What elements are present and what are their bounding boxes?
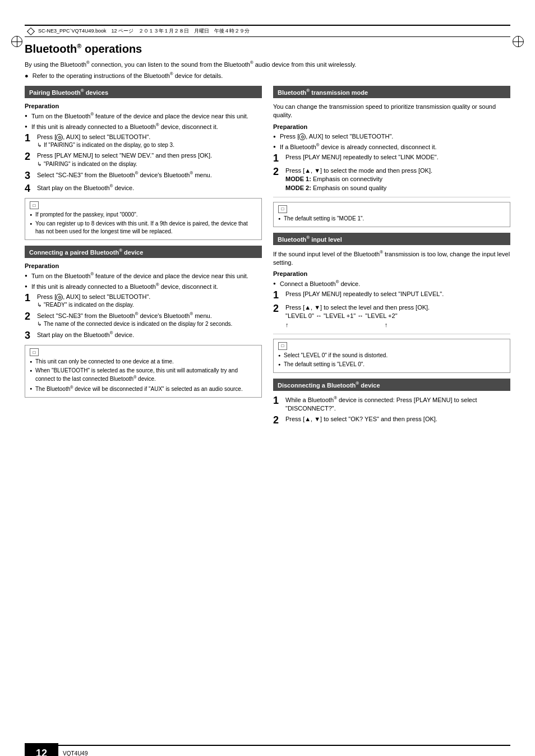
input-level-note-2: The default setting is "LEVEL 0". [278, 361, 505, 368]
left-column: Pairing Bluetooth® devices Preparation T… [25, 86, 262, 432]
pairing-step-4: 4 Start play on the Bluetooth® device. [25, 183, 262, 195]
footer-code: VQT4U49 [63, 750, 87, 756]
title-main: Bluetooth [25, 43, 77, 55]
divider-2 [273, 334, 510, 334]
top-header: SC-NE3_PPC`VQT4U49.book 12 ページ ２０１３年１月２８… [25, 25, 510, 37]
transmission-header: Bluetooth® transmission mode [273, 86, 510, 98]
input-step-1-content: Press [PLAY MENU] repeatedly to select "… [285, 290, 510, 298]
page-footer: 12 VQT4U49 [25, 743, 510, 756]
header-diamond [27, 27, 35, 35]
title-rest: operations [81, 43, 142, 55]
note-icon: □ [30, 201, 39, 209]
input-level-prep-heading: Preparation [273, 270, 510, 277]
step-1-content: Press [⚙, AUX] to select "BLUETOOTH". If… [37, 133, 262, 149]
transmission-prep-2: If a Bluetooth® device is already connec… [273, 142, 510, 151]
page-number: 12 [36, 748, 47, 756]
transmission-section: Bluetooth® transmission mode You can cha… [273, 86, 510, 227]
input-level-step-1: 1 Press [PLAY MENU] repeatedly to select… [273, 290, 510, 301]
conn-step-1-content: Press [⚙, AUX] to select "BLUETOOTH". "R… [37, 293, 262, 309]
mode2-label: MODE 2: [285, 185, 311, 191]
disconnecting-step-1: 1 While a Bluetooth® device is connected… [273, 395, 510, 413]
connecting-step-2: 2 Select "SC-NE3" from the Bluetooth® de… [25, 311, 262, 328]
note-icon-4: □ [278, 342, 287, 350]
conn-step-2-sub: The name of the connected device is indi… [37, 320, 262, 328]
transmission-step-2: 2 Press [▲, ▼] to select the mode and th… [273, 167, 510, 192]
gear-icon-3: ⚙ [299, 133, 306, 140]
connecting-section: Connecting a paired Bluetooth® device Pr… [25, 246, 262, 398]
page-title: Bluetooth® operations [25, 43, 510, 56]
connecting-prep-2: If this unit is already connected to a B… [25, 282, 262, 291]
connecting-step-1: 1 Press [⚙, AUX] to select "BLUETOOTH". … [25, 293, 262, 309]
connecting-prep-1: Turn on the Bluetooth® feature of the de… [25, 271, 262, 280]
note-header-3: □ [278, 205, 505, 213]
connecting-note-2: When "BLUETOOTH" is selected as the sour… [30, 367, 257, 383]
conn-step-3-content: Start play on the Bluetooth® device. [37, 330, 262, 339]
pairing-note-2: You can register up to 8 devices with th… [30, 220, 257, 236]
trans-step-num-1: 1 [273, 153, 285, 164]
transmission-step-1: 1 Press [PLAY MENU] repeatedly to select… [273, 153, 510, 164]
pairing-note-1: If prompted for the passkey, input "0000… [30, 211, 257, 219]
right-column: Bluetooth® transmission mode You can cha… [273, 86, 510, 432]
page-number-box: 12 [25, 743, 58, 756]
pairing-step-3: 3 Select "SC-NE3" from the Bluetooth® de… [25, 170, 262, 182]
conn-step-num-2: 2 [25, 311, 37, 322]
corner-mark-tl [11, 36, 22, 47]
disc-step-num-2: 2 [273, 415, 285, 426]
input-level-header: Bluetooth® input level [273, 233, 510, 245]
intro-bullet: Refer to the operating instructions of t… [25, 71, 510, 80]
step-2-content: Press [PLAY MENU] to select "NEW DEV." a… [37, 151, 262, 168]
pairing-prep-2: If this unit is already connected to a B… [25, 122, 262, 131]
step-num-1: 1 [25, 133, 37, 144]
step-3-content: Select "SC-NE3" from the Bluetooth® devi… [37, 170, 262, 179]
conn-step-num-3: 3 [25, 330, 37, 342]
trans-step-num-2: 2 [273, 167, 285, 178]
note-icon-3: □ [278, 205, 287, 213]
transmission-note-box: □ The default setting is "MODE 1". [273, 202, 510, 227]
pairing-header: Pairing Bluetooth® devices [25, 86, 262, 98]
step-num-4: 4 [25, 183, 37, 195]
pairing-prep-heading: Preparation [25, 103, 262, 109]
corner-mark-tr [513, 36, 524, 47]
disconnecting-header: Disconnecting a Bluetooth® device [273, 379, 510, 391]
input-level-step-2: 2 Press [▲, ▼] to select the level and t… [273, 303, 510, 329]
step-num-3: 3 [25, 170, 37, 182]
input-level-note-box: □ Select "LEVEL 0" if the sound is disto… [273, 339, 510, 373]
transmission-prep-heading: Preparation [273, 123, 510, 130]
intro-text: By using the Bluetooth® connection, you … [25, 60, 510, 69]
trans-step-2-content: Press [▲, ▼] to select the mode and then… [285, 167, 510, 192]
pairing-step-1: 1 Press [⚙, AUX] to select "BLUETOOTH". … [25, 133, 262, 149]
step-num-2: 2 [25, 151, 37, 163]
gear-icon: ⚙ [56, 134, 63, 141]
disconnecting-step-2: 2 Press [▲, ▼] to select "OK? YES" and t… [273, 415, 510, 426]
input-level-note-1: Select "LEVEL 0" if the sound is distort… [278, 352, 505, 359]
step-1-sub: If "PAIRING" is indicated on the display… [37, 141, 262, 149]
connecting-note-box: □ This unit can only be connected to one… [25, 345, 262, 398]
main-content: Bluetooth® operations By using the Bluet… [25, 43, 510, 432]
transmission-prep-1: Press [⚙, AUX] to select "BLUETOOTH". [273, 132, 510, 141]
conn-step-2-content: Select "SC-NE3" from the Bluetooth® devi… [37, 311, 262, 328]
level-arrow-diagram: ↑ ↑ [285, 321, 388, 328]
mode1-label: MODE 1: [285, 176, 311, 182]
connecting-note-1: This unit can only be connected to one d… [30, 358, 257, 366]
disconnecting-section: Disconnecting a Bluetooth® device 1 Whil… [273, 379, 510, 426]
transmission-intro: You can change the transmission speed to… [273, 103, 510, 120]
step-2-sub: "PAIRING" is indicated on the display. [37, 160, 262, 168]
conn-step-1-sub: "READY" is indicated on the display. [37, 301, 262, 309]
note-header: □ [30, 201, 257, 209]
connecting-step-3: 3 Start play on the Bluetooth® device. [25, 330, 262, 342]
two-column-layout: Pairing Bluetooth® devices Preparation T… [25, 86, 510, 432]
pairing-prep-1: Turn on the Bluetooth® feature of the de… [25, 112, 262, 121]
connecting-prep-heading: Preparation [25, 262, 262, 269]
disc-step-num-1: 1 [273, 395, 285, 407]
input-level-prep-1: Connect a Bluetooth® device. [273, 279, 510, 288]
level-diagram: "LEVEL 0" ↔ "LEVEL +1" ↔ "LEVEL +2" [285, 312, 398, 319]
input-level-section: Bluetooth® input level If the sound inpu… [273, 233, 510, 373]
transmission-note-1: The default setting is "MODE 1". [278, 215, 505, 223]
note-icon-2: □ [30, 348, 39, 356]
connecting-header: Connecting a paired Bluetooth® device [25, 246, 262, 258]
pairing-note-box: □ If prompted for the passkey, input "00… [25, 198, 262, 240]
step-4-content: Start play on the Bluetooth® device. [37, 183, 262, 192]
gear-icon-2: ⚙ [56, 294, 63, 301]
note-header-2: □ [30, 348, 257, 356]
connecting-note-3: The Bluetooth® device will be disconnect… [30, 385, 257, 393]
